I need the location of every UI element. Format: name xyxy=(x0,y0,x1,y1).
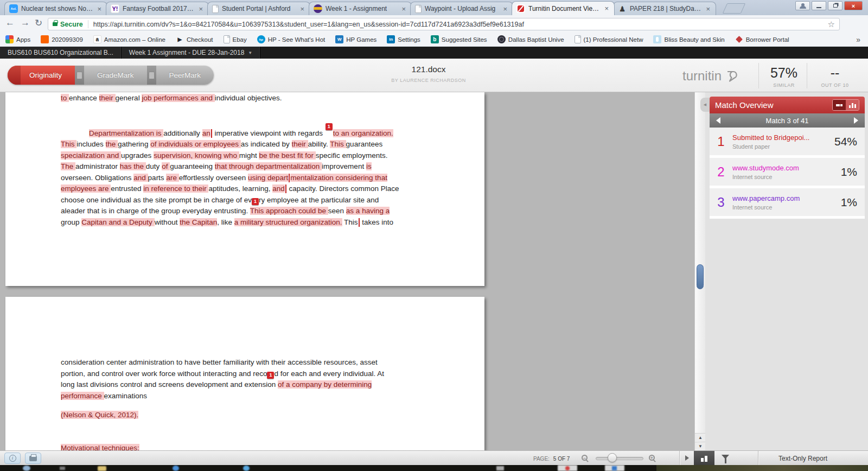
bookmark-item[interactable]: WHP Games xyxy=(335,35,376,43)
browser-tab[interactable]: Y!Fantasy Football 2017 | F× xyxy=(106,2,209,15)
browser-tab[interactable]: Turnitin Document Viewe× xyxy=(512,1,615,15)
tab-grademark[interactable]: GradeMark xyxy=(84,66,147,85)
profile-button[interactable] xyxy=(795,1,810,10)
zoom-in-icon[interactable]: + xyxy=(649,455,655,461)
highlighted-text[interactable]: This xyxy=(330,140,346,148)
browser-tab[interactable]: Waypoint - Upload Assig× xyxy=(410,2,513,15)
bookmark-item[interactable]: ▶Checkout xyxy=(176,35,213,43)
highlighted-text[interactable]: The xyxy=(61,162,75,170)
highlighted-text[interactable]: the xyxy=(106,140,118,148)
bookmark-item[interactable]: aAmazon.com – Online xyxy=(93,35,165,43)
bookmark-item[interactable]: inSettings xyxy=(387,35,420,43)
tab-close-icon[interactable]: × xyxy=(96,5,103,13)
tab-close-icon[interactable]: × xyxy=(603,4,610,12)
taskbar-icon[interactable] xyxy=(496,466,504,470)
highlighted-text[interactable]: and xyxy=(272,184,285,193)
browser-tab[interactable]: Week 1 - Assignment× xyxy=(309,2,412,15)
text-only-report-button[interactable]: Text-Only Report xyxy=(760,455,846,462)
highlighted-text[interactable]: of xyxy=(162,162,170,170)
taskbar-icon[interactable] xyxy=(60,467,65,470)
filter-funnel-icon[interactable] xyxy=(722,455,729,459)
bookmark-item[interactable]: (1) Professional Netw xyxy=(575,35,643,43)
match-source[interactable]: www.studymode.com xyxy=(732,164,831,172)
browser-tab[interactable]: ♟PAPER 218 | StudyDaddy× xyxy=(613,2,716,15)
print-button[interactable] xyxy=(25,453,41,464)
highlighted-text[interactable]: mentalization considering that xyxy=(290,174,387,182)
highlighted-text[interactable]: Departmentalization is xyxy=(89,129,163,137)
taskbar-icon[interactable] xyxy=(23,466,30,471)
new-tab-button[interactable] xyxy=(723,3,745,14)
taskbar-icon[interactable] xyxy=(98,466,106,471)
bookmark-item[interactable]: hpHP - See What's Hot xyxy=(257,35,326,43)
highlighted-text[interactable]: job performances and xyxy=(142,94,214,102)
taskbar-icon[interactable] xyxy=(173,466,179,471)
highlighted-text[interactable]: employees are xyxy=(61,184,111,193)
match-row[interactable]: 1Submitted to Bridgepoi...Student paper5… xyxy=(710,128,865,158)
highlighted-text[interactable]: be the best fit for xyxy=(259,151,315,160)
match-overview-button[interactable] xyxy=(694,451,714,466)
zoom-out-icon[interactable]: – xyxy=(582,455,588,461)
highlighted-text[interactable]: Motivational techniques: xyxy=(61,444,139,451)
highlighted-text[interactable]: (Nelson & Quick, 2012). xyxy=(61,411,138,419)
tab-originality[interactable]: Originality xyxy=(8,66,75,85)
previous-match-icon[interactable] xyxy=(716,117,720,124)
url-text[interactable]: https://api.turnitin.com/dv?s=1&o=842170… xyxy=(93,21,824,28)
bookmark-item[interactable]: bSuggested Sites xyxy=(431,35,487,43)
course-name[interactable]: BUS610 BUS610 Organizational B... xyxy=(0,47,122,59)
scroll-up-button[interactable]: ▲ xyxy=(695,433,706,441)
highlighted-text[interactable]: specialization and xyxy=(61,151,121,160)
browser-tab[interactable]: Aol.Nuclear test shows North× xyxy=(4,2,107,15)
highlighted-text[interactable]: This xyxy=(61,140,76,148)
highlighted-text[interactable]: and xyxy=(133,174,148,182)
taskbar-icon[interactable] xyxy=(565,466,570,470)
bookmark-star-icon[interactable]: ☆ xyxy=(828,20,835,29)
minimize-button[interactable] xyxy=(812,1,826,10)
bookmark-item[interactable]: 202099309 xyxy=(41,35,83,43)
highlighted-text[interactable]: of individuals or employees xyxy=(150,140,241,148)
highlighted-text[interactable]: to xyxy=(61,94,69,102)
tab-close-icon[interactable]: × xyxy=(400,5,407,13)
sidebar-collapse-handle[interactable]: ◀ xyxy=(700,98,710,112)
tab-close-icon[interactable]: × xyxy=(705,5,711,13)
expand-panel-icon[interactable] xyxy=(685,455,689,461)
back-button[interactable]: ← xyxy=(5,17,15,28)
document-scrollbar[interactable]: ▲ ▼ xyxy=(694,92,705,450)
highlighted-text[interactable]: are xyxy=(166,174,178,182)
highlighted-text[interactable]: an xyxy=(202,129,210,137)
highlighted-text[interactable]: has the xyxy=(120,162,146,170)
highlighted-text[interactable]: of a company by determining xyxy=(278,380,372,389)
match-source[interactable]: Submitted to Bridgepoi... xyxy=(732,133,831,142)
bookmark-item[interactable]: Bliss Beauty and Skin xyxy=(653,35,724,43)
tab-close-icon[interactable]: × xyxy=(197,5,204,13)
match-source[interactable]: www.papercamp.com xyxy=(732,194,831,202)
zoom-slider-thumb[interactable] xyxy=(608,453,617,462)
highlighted-text[interactable]: as a having a xyxy=(346,207,390,215)
match-marker[interactable]: 1 xyxy=(252,198,259,205)
bookmark-item[interactable]: Borrower Portal xyxy=(735,35,789,43)
bookmarks-overflow-icon[interactable]: » xyxy=(856,35,860,44)
info-button[interactable]: i xyxy=(4,453,21,464)
bookmark-item[interactable]: Ebay xyxy=(224,35,247,43)
highlighted-text[interactable]: Capitan and a Deputy xyxy=(81,218,154,226)
highlighted-text[interactable]: in reference to their xyxy=(143,184,208,193)
highlighted-text[interactable]: performance xyxy=(61,392,104,400)
browser-tab[interactable]: Student Portal | Ashford× xyxy=(207,2,310,15)
list-view-button[interactable] xyxy=(833,100,846,110)
zoom-slider[interactable] xyxy=(596,457,643,460)
highlighted-text[interactable]: This approach could be xyxy=(250,207,328,215)
match-marker[interactable]: 1 xyxy=(326,123,333,130)
highlighted-text[interactable]: a military structured organization. xyxy=(234,218,342,226)
tab-close-icon[interactable]: × xyxy=(502,5,508,13)
scroll-down-button[interactable]: ▼ xyxy=(695,442,706,450)
address-bar[interactable]: Secure https://api.turnitin.com/dv?s=1&o… xyxy=(48,18,840,30)
bookmark-item[interactable]: Dallas Baptist Unive xyxy=(497,35,564,43)
taskbar-icon[interactable] xyxy=(243,466,250,471)
tab-peermark[interactable]: PeerMark xyxy=(156,66,214,85)
highlighted-text[interactable]: supervision, knowing who xyxy=(154,151,239,160)
chart-view-button[interactable] xyxy=(846,100,859,110)
match-row[interactable]: 3www.papercamp.comInternet source1% xyxy=(710,188,865,219)
highlighted-text[interactable]: their xyxy=(292,140,308,148)
match-row[interactable]: 2www.studymode.comInternet source1% xyxy=(710,158,865,188)
forward-button[interactable]: → xyxy=(21,17,30,28)
match-marker[interactable]: 1 xyxy=(267,372,274,379)
